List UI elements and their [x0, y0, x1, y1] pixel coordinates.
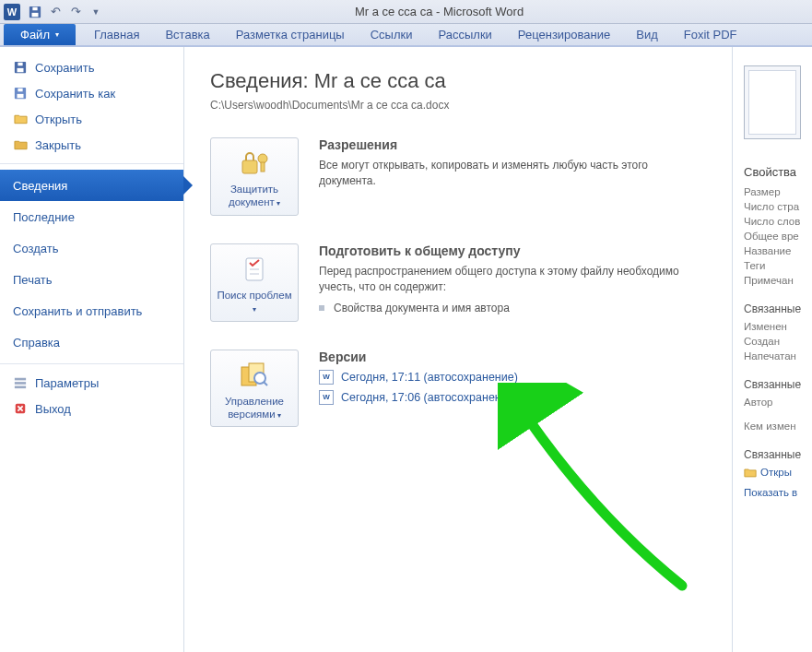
sidebar-item-label: Печать [13, 273, 53, 287]
section-versions: Управление версиями Версии W Сегодня, 17… [210, 350, 706, 428]
sidebar-item-exit[interactable]: Выход [0, 396, 183, 421]
section-body: Версии W Сегодня, 17:11 (автосохранение)… [319, 350, 518, 428]
prop-printed: Напечатан [744, 350, 812, 362]
section-text: Все могут открывать, копировать и изменя… [319, 158, 706, 189]
prop-pages: Число стра [744, 201, 812, 212]
backstage-sidebar: Сохранить Сохранить как Открыть Закрыть … [0, 47, 184, 652]
tab-refs[interactable]: Ссылки [358, 24, 426, 45]
sidebar-item-label: Выход [35, 402, 71, 416]
show-all-link[interactable]: Показать в [744, 487, 812, 498]
saveas-icon [13, 86, 28, 101]
sidebar-item-print[interactable]: Печать [0, 264, 183, 295]
lock-key-icon [215, 148, 294, 179]
svg-rect-8 [18, 89, 22, 92]
inspect-icon [215, 254, 294, 285]
svg-rect-11 [15, 386, 26, 389]
tab-file[interactable]: Файл [4, 24, 76, 45]
sidebar-item-help[interactable]: Справка [0, 326, 183, 358]
sidebar-item-info[interactable]: Сведения [0, 170, 183, 201]
button-label: Поиск проблем [215, 289, 294, 315]
prop-size: Размер [744, 186, 812, 197]
word-doc-icon: W [319, 370, 334, 385]
page-title: Сведения: Mr a ce cca ca [210, 69, 706, 93]
version-item[interactable]: W Сегодня, 17:11 (автосохранение) [319, 370, 518, 385]
backstage-view: Сохранить Сохранить как Открыть Закрыть … [0, 47, 812, 652]
svg-rect-2 [32, 6, 37, 10]
svg-rect-7 [18, 94, 24, 98]
svg-rect-9 [15, 378, 26, 381]
prop-modified: Изменен [744, 321, 812, 332]
window-title: Mr a ce cca ca - Microsoft Word [103, 5, 812, 18]
sidebar-item-recent[interactable]: Последние [0, 201, 183, 232]
sidebar-item-label: Сведения [13, 179, 67, 193]
prop-notes: Примечан [744, 275, 812, 286]
sidebar-item-share[interactable]: Сохранить и отправить [0, 295, 183, 326]
sidebar-item-label: Параметры [35, 376, 99, 390]
sidebar-item-saveas[interactable]: Сохранить как [0, 80, 183, 106]
properties-heading[interactable]: Свойства [744, 165, 812, 179]
sidebar-item-new[interactable]: Создать [0, 232, 183, 264]
qat-dropdown-icon[interactable]: ▼ [88, 5, 103, 19]
sidebar-item-save[interactable]: Сохранить [0, 54, 183, 80]
word-doc-icon: W [319, 390, 334, 405]
tab-foxit[interactable]: Foxit PDF [671, 24, 750, 45]
section-text: Перед распространением общего доступа к … [319, 264, 706, 295]
open-label: Откры [760, 467, 792, 478]
version-label: Сегодня, 17:06 (автосохранение) [341, 391, 518, 404]
sidebar-item-options[interactable]: Параметры [0, 370, 183, 396]
tab-mail[interactable]: Рассылки [426, 24, 505, 45]
sidebar-item-open[interactable]: Открыть [0, 106, 183, 132]
prop-author: Автор [744, 397, 812, 408]
sidebar-item-label: Закрыть [35, 138, 81, 152]
folder-icon [744, 468, 757, 478]
sidebar-item-label: Создать [13, 242, 58, 255]
versions-icon [215, 360, 294, 391]
bullet-icon [319, 305, 324, 311]
svg-rect-15 [261, 162, 265, 172]
svg-rect-5 [18, 63, 22, 66]
save-icon [13, 60, 28, 75]
sidebar-item-label: Справка [13, 336, 60, 350]
tab-layout[interactable]: Разметка страницы [223, 24, 358, 45]
separator [0, 363, 183, 364]
prop-modified-by: Кем измен [744, 421, 812, 432]
version-label: Сегодня, 17:11 (автосохранение) [341, 371, 518, 384]
prop-words: Число слов [744, 216, 812, 227]
section-body: Подготовить к общему доступу Перед распр… [319, 243, 706, 322]
undo-icon[interactable]: ↶ [48, 5, 63, 19]
related-dates-heading: Связанные [744, 302, 812, 315]
section-title: Разрешения [319, 137, 706, 152]
section-prepare: Поиск проблем Подготовить к общему досту… [210, 243, 706, 322]
sidebar-item-label: Открыть [35, 113, 82, 126]
section-body: Разрешения Все могут открывать, копирова… [319, 137, 706, 216]
prop-edit-time: Общее вре [744, 231, 812, 242]
check-issues-button[interactable]: Поиск проблем [210, 243, 299, 322]
svg-line-20 [264, 382, 267, 385]
button-label: Управление версиями [215, 395, 294, 421]
prop-title: Название [744, 245, 812, 256]
document-path: C:\Users\woodh\Documents\Mr a ce cca ca.… [210, 99, 706, 112]
ribbon-tabs: Файл Главная Вставка Разметка страницы С… [0, 24, 812, 47]
sidebar-item-label: Последние [13, 210, 75, 224]
tab-insert[interactable]: Вставка [152, 24, 222, 45]
sidebar-item-close[interactable]: Закрыть [0, 132, 183, 158]
protect-document-button[interactable]: Защитить документ [210, 137, 299, 216]
tab-view[interactable]: Вид [623, 24, 671, 45]
section-permissions: Защитить документ Разрешения Все могут о… [210, 137, 706, 216]
redo-icon[interactable]: ↷ [68, 5, 83, 19]
svg-rect-1 [32, 12, 39, 16]
tab-home[interactable]: Главная [81, 24, 152, 45]
folder-close-icon [13, 137, 28, 152]
version-item[interactable]: W Сегодня, 17:06 (автосохранение) [319, 390, 518, 405]
related-people-heading: Связанные [744, 378, 812, 391]
document-thumbnail[interactable] [744, 65, 801, 139]
tab-review[interactable]: Рецензирование [505, 24, 623, 45]
open-file-location[interactable]: Откры [744, 467, 812, 478]
section-title: Версии [319, 350, 518, 364]
save-icon[interactable] [28, 5, 42, 19]
svg-rect-10 [15, 382, 26, 385]
prop-tags: Теги [744, 260, 812, 271]
svg-rect-4 [18, 68, 24, 72]
quick-access-toolbar: ↶ ↷ ▼ [28, 5, 103, 19]
manage-versions-button[interactable]: Управление версиями [210, 350, 299, 428]
